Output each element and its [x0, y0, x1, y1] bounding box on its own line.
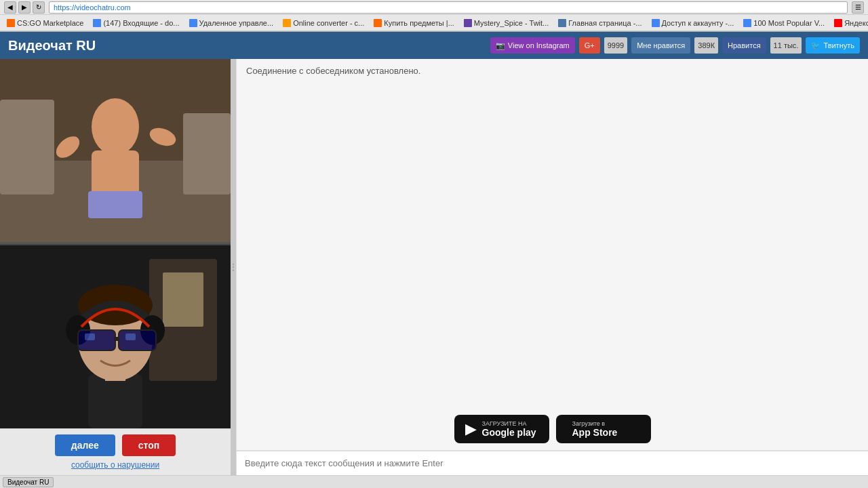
svg-rect-23 — [125, 333, 136, 340]
browser-chrome: ◀ ▶ ↻ https://videochatru.com ☰ CS:GO Ma… — [0, 0, 868, 32]
chat-messages: Соединение с собеседником установлено. ▶… — [237, 59, 868, 450]
back-button[interactable]: ◀ — [4, 1, 16, 14]
bookmark-buy[interactable]: Купить предметы |... — [370, 18, 458, 28]
app-store-large-text: App Store — [572, 427, 618, 438]
bookmark-favicon-google — [652, 19, 660, 27]
svg-rect-9 — [183, 113, 231, 195]
stop-button[interactable]: стоп — [122, 434, 176, 456]
bookmark-favicon-converter — [283, 19, 291, 27]
bookmark-favicon-csgo — [7, 19, 15, 27]
self-figure-svg — [0, 245, 231, 428]
video-panel — [0, 59, 231, 428]
menu-button[interactable]: ☰ — [852, 1, 864, 14]
vk-count: 389К — [694, 37, 718, 54]
svg-rect-22 — [85, 333, 95, 340]
bookmark-favicon-vk — [558, 19, 566, 27]
twitter-label: Твитнуть — [823, 41, 854, 49]
browser-controls: ◀ ▶ ↻ — [4, 1, 45, 14]
bookmark-inbox[interactable]: (147) Входящие - do... — [89, 18, 183, 28]
svg-rect-19 — [78, 330, 115, 350]
bookmarks-bar: CS:GO Marketplace (147) Входящие - do...… — [0, 15, 868, 31]
instagram-label: View on Instagram — [508, 41, 570, 49]
app-badges: ▶ ЗАГРУЗИТЕ НА Google play Загрузите в A… — [454, 415, 651, 443]
bookmark-favicon-twitch — [464, 19, 472, 27]
instagram-button[interactable]: 📷 View on Instagram — [490, 37, 575, 54]
next-button[interactable]: далее — [55, 434, 115, 456]
google-play-icon: ▶ — [465, 420, 477, 438]
app-store-badge[interactable]: Загрузите в App Store — [556, 415, 651, 443]
site-title: Видеочат RU — [8, 38, 96, 54]
action-buttons: далее стоп — [55, 434, 176, 456]
svg-point-3 — [92, 98, 139, 155]
svg-rect-5 — [88, 191, 142, 218]
bookmark-100[interactable]: 100 Most Popular V... — [739, 18, 829, 28]
fb-button[interactable]: Нравится — [722, 37, 766, 54]
page-header: Видеочат RU 📷 View on Instagram G+ 9999 … — [0, 32, 868, 59]
google-play-badge[interactable]: ▶ ЗАГРУЗИТЕ НА Google play — [454, 415, 549, 443]
bookmark-favicon-remote — [189, 19, 197, 27]
taskbar: Видеочат RU — [0, 475, 868, 488]
stranger-video-frame — [0, 59, 231, 242]
main-content: далее стоп сообщить о нарушении Соединен… — [0, 59, 868, 475]
vk-button[interactable]: Мне нравится — [631, 37, 690, 54]
chat-panel: Соединение с собеседником установлено. ▶… — [236, 59, 868, 475]
bookmark-favicon-100 — [743, 19, 751, 27]
bookmark-favicon-inbox — [93, 19, 101, 27]
svg-rect-13 — [88, 374, 142, 428]
bookmark-google[interactable]: Доступ к аккаунту -... — [648, 18, 738, 28]
app-store-text: Загрузите в App Store — [572, 420, 618, 438]
forward-button[interactable]: ▶ — [18, 1, 31, 14]
app-store-small-text: Загрузите в — [572, 420, 618, 427]
twitter-icon: 🐦 — [811, 41, 821, 50]
bookmark-converter[interactable]: Online converter - c... — [279, 18, 368, 28]
svg-rect-21 — [114, 337, 119, 341]
taskbar-item-1[interactable]: Видеочат RU — [3, 477, 54, 487]
gplus-label: G+ — [585, 41, 595, 49]
fb-label: Нравится — [728, 41, 761, 49]
google-play-text: ЗАГРУЗИТЕ НА Google play — [482, 420, 536, 438]
bookmark-vk[interactable]: Главная страница -... — [554, 18, 646, 28]
chat-input[interactable] — [237, 451, 868, 475]
instagram-icon: 📷 — [496, 41, 505, 50]
resize-handle[interactable] — [231, 59, 236, 475]
self-video-frame — [0, 245, 231, 428]
bookmark-twitch[interactable]: Mystery_Spice - Twit... — [460, 18, 553, 28]
fb-count: 11 тыс. — [770, 37, 802, 54]
self-video — [0, 244, 231, 428]
bookmark-csgo[interactable]: CS:GO Marketplace — [3, 18, 87, 28]
bookmark-favicon-yandex — [834, 19, 842, 27]
button-area: далее стоп сообщить о нарушении — [0, 428, 231, 475]
bookmark-favicon-buy — [374, 19, 382, 27]
stranger-video — [0, 59, 231, 242]
gplus-button[interactable]: G+ — [579, 37, 600, 54]
left-panel: далее стоп сообщить о нарушении — [0, 59, 231, 475]
svg-rect-20 — [119, 330, 156, 350]
stranger-figure-svg — [0, 59, 231, 242]
svg-rect-12 — [163, 272, 203, 327]
vk-label: Мне нравится — [637, 41, 685, 49]
google-play-large-text: Google play — [482, 427, 536, 438]
chat-input-area — [237, 450, 868, 475]
report-link[interactable]: сообщить о нарушении — [71, 460, 159, 470]
refresh-button[interactable]: ↻ — [33, 1, 45, 14]
svg-rect-8 — [0, 100, 54, 195]
connection-message: Соединение с собеседником установлено. — [246, 66, 859, 76]
browser-titlebar: ◀ ▶ ↻ https://videochatru.com ☰ — [0, 0, 868, 15]
address-bar[interactable]: https://videochatru.com — [49, 1, 848, 14]
gplus-count: 9999 — [604, 37, 627, 54]
bookmark-yandex[interactable]: Яндекс.Деньги — [830, 18, 868, 28]
google-play-small-text: ЗАГРУЗИТЕ НА — [482, 420, 536, 427]
url-text: https://videochatru.com — [54, 3, 131, 12]
header-social: 📷 View on Instagram G+ 9999 Мне нравится… — [490, 37, 860, 54]
bookmark-remote[interactable]: Удаленное управле... — [185, 18, 278, 28]
twitter-button[interactable]: 🐦 Твитнуть — [806, 37, 860, 54]
